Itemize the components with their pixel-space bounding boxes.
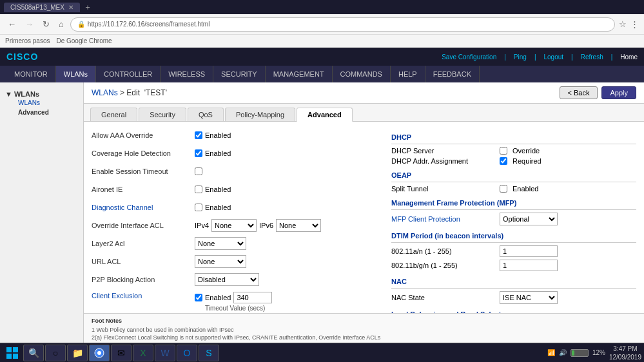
url-acl-row: URL ACL None — [92, 254, 378, 269]
taskbar-app-search[interactable]: 🔍 — [23, 345, 44, 361]
session-timeout-checkbox[interactable] — [195, 167, 202, 175]
aironet-ie-checkbox[interactable] — [195, 186, 202, 193]
mfp-client-link[interactable]: MFP Client Protection — [391, 215, 460, 223]
mfp-client-select[interactable]: Optional — [500, 213, 558, 225]
nav-feedback[interactable]: FEEDBACK — [425, 66, 480, 82]
dtim-80211an-input[interactable] — [500, 245, 558, 257]
dhcp-section-title: DHCP — [391, 133, 636, 141]
split-tunnel-checkbox[interactable] — [500, 185, 507, 193]
client-exclusion-checkbox[interactable] — [195, 294, 202, 301]
home-button[interactable]: ⌂ — [56, 18, 66, 30]
coverage-hole-value: Enabled — [195, 149, 231, 157]
layer2-acl-select[interactable]: None — [195, 237, 246, 250]
client-exclusion-timeout-input[interactable] — [233, 292, 272, 303]
home-link[interactable]: Home — [620, 53, 638, 61]
ipv4-label: IPv4 — [195, 222, 209, 229]
dhcp-server-checkbox[interactable] — [500, 147, 507, 155]
taskbar-app-file[interactable]: 📁 — [67, 345, 88, 361]
form-columns: Allow AAA Override Enabled Coverage Hole… — [92, 128, 636, 313]
footnote-2: 2(a) FlexConnect Local Switching is not … — [92, 334, 636, 342]
browser-icons: ☆ ⋮ — [619, 19, 639, 29]
taskbar-right: 📶 🔊 12% 3:47 PM 12/09/2019 — [547, 345, 641, 361]
tab-security[interactable]: Security — [139, 108, 186, 121]
diagnostic-channel-checkbox[interactable] — [195, 204, 202, 211]
ipv4-select[interactable]: None — [211, 219, 257, 232]
bookmark-primeros[interactable]: Primeros pasos — [5, 37, 50, 44]
tab-close-icon[interactable]: ✕ — [68, 4, 73, 11]
sidebar-item-wlans[interactable]: WLANs — [5, 98, 78, 108]
back-nav-button[interactable]: ← — [5, 18, 19, 30]
sidebar-item-advanced[interactable]: Advanced — [5, 108, 78, 117]
dtim-80211bgn-input[interactable] — [500, 260, 558, 271]
dhcp-addr-checkbox[interactable] — [500, 157, 507, 165]
taskbar-app-word[interactable]: W — [155, 345, 175, 361]
bookmark-chrome[interactable]: De Google Chrome — [56, 37, 112, 44]
client-exclusion-link[interactable]: Client Exclusion — [92, 292, 142, 300]
taskbar-app-skype[interactable]: S — [199, 345, 219, 361]
taskbar-app-cortana[interactable]: ○ — [45, 345, 66, 361]
dtim-80211an-row: 802.11a/n (1 - 255) — [391, 245, 636, 257]
session-timeout-value — [195, 167, 202, 175]
start-button[interactable] — [3, 345, 22, 361]
nac-state-row: NAC State ISE NAC — [391, 291, 636, 304]
tab-bar: General Security QoS Policy-Mapping Adva… — [84, 104, 644, 122]
new-tab-icon[interactable]: ＋ — [84, 2, 92, 13]
coverage-hole-checkbox[interactable] — [195, 149, 202, 157]
extensions-icon[interactable]: ☆ — [619, 19, 627, 29]
mfp-client-row: MFP Client Protection Optional — [391, 213, 636, 225]
forward-nav-button[interactable]: → — [23, 18, 36, 30]
taskbar-app-excel[interactable]: X — [133, 345, 153, 361]
ping-link[interactable]: Ping — [514, 53, 527, 61]
divider1: | — [504, 53, 506, 61]
browser-tab[interactable]: CIS508aP13_MEX ✕ — [4, 3, 80, 12]
network-icon: 📶 — [547, 349, 555, 356]
allow-aaa-row: Allow AAA Override Enabled — [92, 128, 378, 142]
nav-controller[interactable]: CONTROLLER — [96, 66, 161, 82]
tab-advanced[interactable]: Advanced — [297, 108, 353, 122]
tab-policy-mapping[interactable]: Policy-Mapping — [225, 108, 295, 121]
taskbar-app-mail[interactable]: ✉ — [111, 345, 132, 361]
tab-general[interactable]: General — [90, 108, 137, 121]
address-bar[interactable]: 🔒 https://10.172.60.16/screens/frameset.… — [70, 17, 615, 32]
menu-icon[interactable]: ⋮ — [630, 19, 639, 29]
client-exclusion-text: Enabled — [205, 294, 231, 301]
url-acl-select[interactable]: None — [195, 255, 246, 268]
allow-aaa-checkbox[interactable] — [195, 131, 202, 139]
url-acl-label: URL ACL — [92, 258, 195, 265]
taskbar-app-chrome[interactable] — [89, 345, 110, 361]
back-button[interactable]: < Back — [560, 86, 598, 99]
save-config-link[interactable]: Save Configuration — [442, 53, 496, 61]
battery-fill — [572, 350, 574, 356]
nav-security[interactable]: SECURITY — [213, 66, 266, 82]
ipv6-select[interactable]: None — [276, 219, 321, 232]
coverage-hole-label: Coverage Hole Detection — [92, 149, 195, 157]
aironet-ie-value: Enabled — [195, 186, 231, 193]
breadcrumb-wlans-link[interactable]: WLANs — [92, 88, 118, 97]
taskbar-app-outlook[interactable]: O — [177, 345, 197, 361]
nav-help[interactable]: HELP — [391, 66, 425, 82]
nav-management[interactable]: MANAGEMENT — [266, 66, 333, 82]
nac-state-select[interactable]: ISE NAC — [500, 291, 558, 304]
logout-link[interactable]: Logout — [543, 53, 563, 61]
reload-button[interactable]: ↻ — [40, 18, 52, 30]
sidebar-wlans-title[interactable]: ▼ WLANs — [5, 90, 78, 98]
url-text: https://10.172.60.16/screens/frameset.ht… — [88, 21, 210, 28]
url-acl-value: None — [195, 255, 246, 268]
nav-monitor[interactable]: MONITOR — [6, 66, 56, 82]
p2p-blocking-value: Disabled — [195, 273, 259, 286]
divider3: | — [571, 53, 573, 61]
dtim-80211an-label: 802.11a/n (1 - 255) — [391, 247, 494, 255]
nav-wlans[interactable]: WLANs — [56, 66, 96, 82]
tab-title: CIS508aP13_MEX — [10, 4, 64, 11]
aironet-ie-text: Enabled — [205, 186, 231, 193]
oeap-section-title: OEAP — [391, 171, 636, 179]
tab-qos[interactable]: QoS — [188, 108, 224, 121]
nav-wireless[interactable]: WIRELESS — [161, 66, 213, 82]
browser-tab-bar: CIS508aP13_MEX ✕ ＋ — [0, 0, 644, 14]
diagnostic-channel-link[interactable]: Diagnostic Channel — [92, 204, 153, 211]
nav-commands[interactable]: COMMANDS — [333, 66, 391, 82]
dhcp-addr-row: DHCP Addr. Assignment Required — [391, 157, 636, 165]
refresh-link[interactable]: Refresh — [581, 53, 603, 61]
p2p-blocking-select[interactable]: Disabled — [195, 273, 259, 286]
apply-button[interactable]: Apply — [601, 86, 636, 99]
